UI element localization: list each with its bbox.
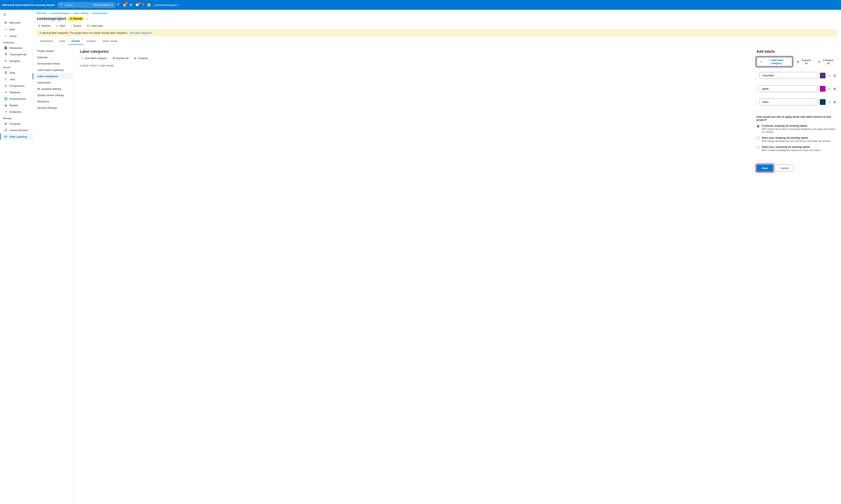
- add-label-category-button[interactable]: ＋ Add label category: [80, 55, 108, 61]
- nav-datasets[interactable]: Datasets: [33, 54, 73, 60]
- sidebar-item-designer[interactable]: ✏ Designer: [0, 58, 32, 64]
- plus-icon: ＋: [81, 56, 84, 60]
- save-button[interactable]: Save: [756, 164, 773, 172]
- tab-vision-studio[interactable]: Vision Studio: [99, 38, 121, 44]
- start-button[interactable]: ▷ Start: [55, 23, 66, 28]
- label-delete-onion[interactable]: 🗑: [833, 101, 836, 104]
- alert-link[interactable]: Add label categories.: [129, 32, 152, 34]
- label-add-sublabel-cucumber[interactable]: ＋: [827, 74, 831, 77]
- color-swatch-cucumber[interactable]: [820, 73, 825, 78]
- right-panel: Add labels ＋ + Add label category ⊞ Expa…: [751, 44, 841, 504]
- home-icon: ⌂: [4, 34, 7, 38]
- nav-general-settings[interactable]: General Settings: [33, 105, 73, 111]
- expand-all-button[interactable]: ⊞ Expand all: [111, 56, 130, 60]
- tab-insights[interactable]: Insights: [84, 38, 99, 44]
- label-add-sublabel-apple[interactable]: ＋: [827, 87, 831, 91]
- nav-quality-control[interactable]: Quality control settings: [33, 92, 73, 98]
- settings-icon[interactable]: ⚙: [129, 3, 133, 7]
- nav-project-details[interactable]: Project details: [33, 48, 73, 54]
- nav-icons: ⏱ 🔔23 ⚙ 💬14 ? 🙂: [117, 3, 151, 7]
- user-menu[interactable]: contosoworkspace ▾: [154, 3, 178, 6]
- radio-continue-label: Continue, keeping all existing labels: [762, 124, 836, 127]
- nav-instructions[interactable]: Instructions: [33, 79, 73, 86]
- breadcrumb-microsoft[interactable]: Microsoft: [37, 12, 47, 15]
- sidebar: ☰ ⊞ Microsoft ＋ New ⌂ Home Authoring 📓 N…: [0, 10, 33, 504]
- sidebar-item-compute[interactable]: 🖥 Compute: [0, 120, 32, 127]
- sidebar-item-data-labeling[interactable]: 🏷 Data Labeling: [0, 133, 32, 140]
- breadcrumb: Microsoft › contosoworkspace › Data Labe…: [33, 10, 841, 16]
- collapse-all-button[interactable]: ⊟ Collapse: [133, 56, 149, 60]
- radio-start-over-remove: Start over, removing all existing labels…: [756, 145, 836, 152]
- nav-label-export[interactable]: Label export (optional): [33, 67, 73, 73]
- export-button[interactable]: ↑ Export: [70, 23, 82, 28]
- panel-expand-all-button[interactable]: ⊞ Expand all: [795, 58, 813, 66]
- sidebar-item-data[interactable]: 🗄 Data: [0, 69, 32, 76]
- sidebar-item-linked-services[interactable]: 🔗 Linked Services: [0, 127, 32, 133]
- automated-ml-icon: ⚗: [4, 53, 7, 56]
- collapse-icon: ⊟: [134, 57, 136, 60]
- sidebar-item-endpoints[interactable]: ↗ Endpoints: [0, 109, 32, 115]
- nav-label-categories[interactable]: Label categories: [33, 73, 73, 79]
- tab-data[interactable]: Data: [56, 38, 68, 44]
- sidebar-item-environments[interactable]: 🌐 Environments: [0, 95, 32, 102]
- sidebar-item-jobs[interactable]: ⏲ Jobs: [0, 76, 32, 83]
- sidebar-item-new[interactable]: ＋ New: [0, 26, 32, 33]
- expand-icon: ⊞: [113, 57, 115, 60]
- history-icon[interactable]: ⏱: [117, 3, 120, 7]
- add-label-category-panel-button[interactable]: ＋ + Add label category: [756, 57, 792, 66]
- sidebar-item-home[interactable]: ⌂ Home: [0, 33, 32, 39]
- label-delete-apple[interactable]: 🗑: [833, 87, 836, 90]
- color-swatch-onion[interactable]: [820, 99, 825, 105]
- microsoft-icon: ⊞: [4, 21, 7, 24]
- compute-icon: 🖥: [4, 122, 7, 125]
- sidebar-item-microsoft[interactable]: ⊞ Microsoft: [0, 19, 32, 26]
- cancel-button[interactable]: Cancel: [775, 164, 793, 172]
- alert-banner: ℹ Missing label categories: The project …: [37, 30, 837, 36]
- color-swatch-apple[interactable]: [820, 86, 825, 92]
- status-badge: ⚠ Paused: [68, 17, 84, 21]
- panel-collapse-all-button[interactable]: ⊟ Collapse all: [817, 58, 836, 66]
- workspace-dropdown-icon[interactable]: ▾: [111, 3, 113, 6]
- nav-incremental-refresh[interactable]: Incremental refresh: [33, 60, 73, 67]
- radio-start-over-keep-input[interactable]: [756, 137, 760, 140]
- panel-plus-icon: ＋: [760, 60, 763, 64]
- label-input-apple[interactable]: [759, 85, 818, 92]
- search-input[interactable]: [65, 3, 92, 6]
- authoring-section: Authoring: [0, 39, 32, 44]
- nav-workforce[interactable]: Workforce: [33, 98, 73, 105]
- search-box[interactable]: 🔍 This workspace ▾: [58, 2, 115, 7]
- label-actions: ＋ Add label category ⊞ Expand all ⊟ Coll…: [80, 55, 745, 61]
- label-data-button[interactable]: ☑ Label data: [86, 23, 104, 28]
- sidebar-item-automated-ml[interactable]: ⚗ Automated ML: [0, 51, 32, 58]
- refresh-button[interactable]: ↺ Refresh: [37, 23, 52, 28]
- sidebar-item-models[interactable]: ◈ Models: [0, 102, 32, 109]
- tab-dashboard[interactable]: Dashboard: [37, 38, 56, 44]
- radio-start-over-remove-input[interactable]: [756, 146, 760, 149]
- help-icon[interactable]: ?: [142, 3, 144, 7]
- workspace-selector[interactable]: This workspace: [93, 3, 110, 6]
- sidebar-item-pipelines[interactable]: ⇒ Pipelines: [0, 89, 32, 95]
- hamburger-menu[interactable]: ☰: [0, 10, 32, 19]
- alert-icon: ℹ: [40, 32, 41, 34]
- panel-expand-icon: ⊞: [797, 60, 799, 63]
- breadcrumb-workspace[interactable]: contosoworkspace: [50, 12, 70, 15]
- sidebar-item-notebooks[interactable]: 📓 Notebooks: [0, 44, 32, 51]
- breadcrumb-project[interactable]: contosoproject: [92, 12, 108, 15]
- label-input-onion[interactable]: [759, 98, 818, 105]
- page-title: contosoproject: [37, 16, 66, 21]
- notifications-icon[interactable]: 🔔23: [123, 3, 127, 7]
- plus-icon: ＋: [4, 28, 7, 31]
- breadcrumb-data-labeling[interactable]: Data Labeling: [73, 12, 88, 15]
- radio-continue-input[interactable]: [756, 125, 760, 128]
- tab-details[interactable]: Details: [68, 38, 84, 44]
- feedback-icon[interactable]: 💬14: [135, 3, 139, 7]
- smiley-icon[interactable]: 🙂: [147, 3, 151, 7]
- sidebar-item-components[interactable]: ⊡ Components: [0, 83, 32, 89]
- label-add-sublabel-onion[interactable]: ＋: [827, 100, 831, 104]
- label-input-cucumber[interactable]: [759, 72, 818, 79]
- favorite-icon[interactable]: ☆: [86, 17, 89, 21]
- label-delete-cucumber[interactable]: 🗑: [833, 74, 836, 77]
- nav-ml-assisted[interactable]: ML assisted labeling: [33, 86, 73, 92]
- panel-title: Add labels: [756, 50, 836, 54]
- manage-section: Manage: [0, 115, 32, 120]
